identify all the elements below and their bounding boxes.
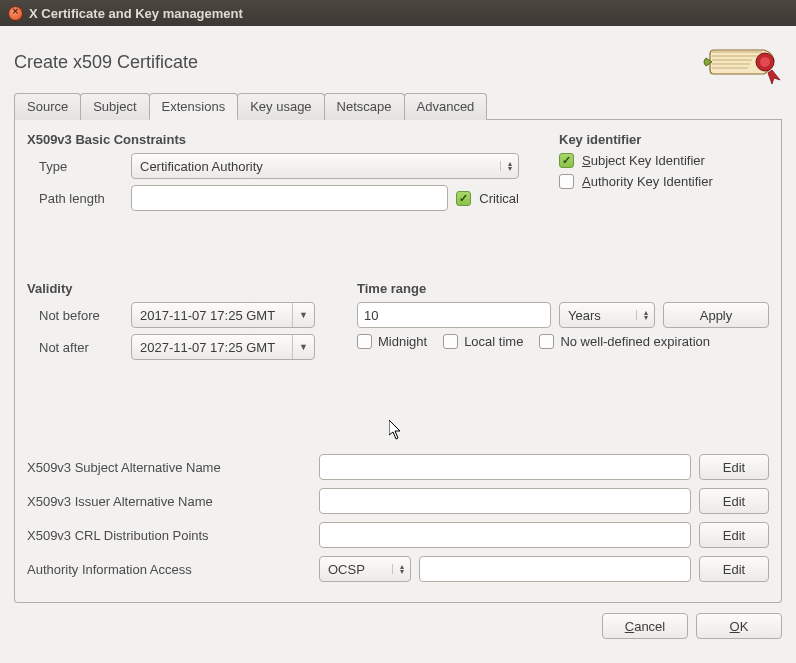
validity-heading: Validity	[27, 281, 337, 296]
type-select[interactable]: Certification Authority ▴▾	[131, 153, 519, 179]
aia-input[interactable]	[419, 556, 691, 582]
authority-key-id-checkbox[interactable]	[559, 174, 574, 189]
localtime-checkbox[interactable]	[443, 334, 458, 349]
subject-key-id-checkbox[interactable]	[559, 153, 574, 168]
not-after-label: Not after	[27, 340, 123, 355]
pathlen-label: Path length	[27, 191, 123, 206]
basic-constraints-heading: X509v3 Basic Constraints	[27, 132, 519, 147]
titlebar: X Certificate and Key management	[0, 0, 796, 26]
san-edit-button[interactable]: Edit	[699, 454, 769, 480]
san-input[interactable]	[319, 454, 691, 480]
pathlen-input[interactable]	[131, 185, 448, 211]
type-label: Type	[27, 159, 123, 174]
tab-subject[interactable]: Subject	[80, 93, 149, 120]
chevron-updown-icon: ▴▾	[500, 161, 512, 171]
page-title: Create x509 Certificate	[14, 52, 198, 73]
svg-point-1	[760, 57, 770, 67]
not-after-value: 2027-11-07 17:25 GMT	[132, 335, 292, 359]
key-identifier-heading: Key identifier	[559, 132, 769, 147]
tab-keyusage[interactable]: Key usage	[237, 93, 324, 120]
time-range-heading: Time range	[357, 281, 769, 296]
time-range-unit-select[interactable]: Years ▴▾	[559, 302, 655, 328]
chevron-updown-icon: ▴▾	[636, 310, 648, 320]
san-label: X509v3 Subject Alternative Name	[27, 460, 311, 475]
not-before-value: 2017-11-07 17:25 GMT	[132, 303, 292, 327]
chevron-down-icon[interactable]: ▼	[292, 303, 314, 327]
aia-label: Authority Information Access	[27, 562, 311, 577]
tab-netscape[interactable]: Netscape	[324, 93, 405, 120]
time-range-value-input[interactable]	[357, 302, 551, 328]
subject-key-id-label: Subject Key Identifier	[582, 153, 705, 168]
tab-extensions[interactable]: Extensions	[149, 93, 239, 120]
crl-label: X509v3 CRL Distribution Points	[27, 528, 311, 543]
nowell-label: No well-defined expiration	[560, 334, 710, 349]
crl-input[interactable]	[319, 522, 691, 548]
not-before-label: Not before	[27, 308, 123, 323]
tab-bar: Source Subject Extensions Key usage Nets…	[14, 92, 782, 120]
critical-checkbox[interactable]	[456, 191, 471, 206]
not-after-input[interactable]: 2027-11-07 17:25 GMT ▼	[131, 334, 315, 360]
authority-key-id-label: Authority Key Identifier	[582, 174, 713, 189]
aia-method-value: OCSP	[328, 562, 365, 577]
ian-input[interactable]	[319, 488, 691, 514]
tab-source[interactable]: Source	[14, 93, 81, 120]
ok-button[interactable]: OK	[696, 613, 782, 639]
tab-advanced[interactable]: Advanced	[404, 93, 488, 120]
chevron-updown-icon: ▴▾	[392, 564, 404, 574]
localtime-label: Local time	[464, 334, 523, 349]
time-range-unit-value: Years	[568, 308, 601, 323]
window-title: X Certificate and Key management	[29, 6, 243, 21]
midnight-label: Midnight	[378, 334, 427, 349]
crl-edit-button[interactable]: Edit	[699, 522, 769, 548]
chevron-down-icon[interactable]: ▼	[292, 335, 314, 359]
dialog-body: Create x509 Certificate Source Subject E…	[0, 26, 796, 649]
midnight-checkbox[interactable]	[357, 334, 372, 349]
critical-label: Critical	[479, 191, 519, 206]
type-value: Certification Authority	[140, 159, 263, 174]
nowell-checkbox[interactable]	[539, 334, 554, 349]
ian-label: X509v3 Issuer Alternative Name	[27, 494, 311, 509]
aia-method-select[interactable]: OCSP ▴▾	[319, 556, 411, 582]
tab-panel-extensions: X509v3 Basic Constraints Type Certificat…	[14, 120, 782, 603]
close-icon[interactable]	[8, 6, 23, 21]
aia-edit-button[interactable]: Edit	[699, 556, 769, 582]
certificate-icon	[702, 40, 782, 84]
ian-edit-button[interactable]: Edit	[699, 488, 769, 514]
apply-button[interactable]: Apply	[663, 302, 769, 328]
cancel-button[interactable]: Cancel	[602, 613, 688, 639]
not-before-input[interactable]: 2017-11-07 17:25 GMT ▼	[131, 302, 315, 328]
